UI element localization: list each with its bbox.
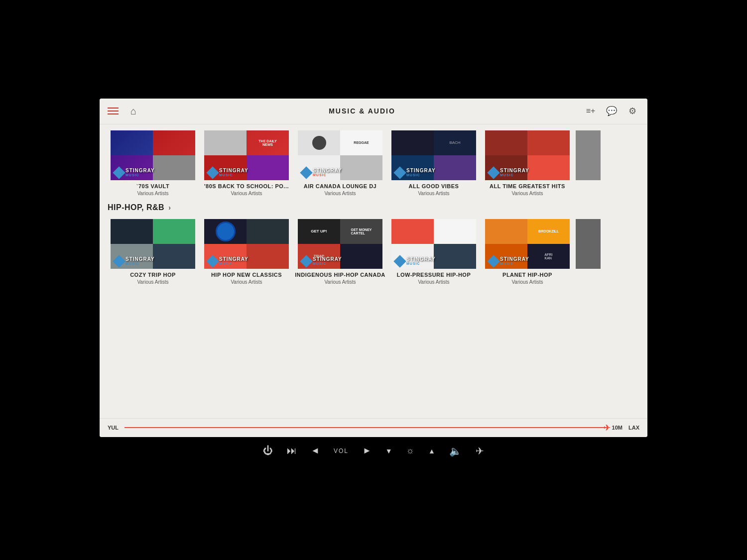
album-70s-vault[interactable]: STINGRAY MUSIC `70S VAULT Various Artist…: [108, 130, 198, 196]
album-indigenous[interactable]: GET UP! GET MONEYCARTEL TRAP STINGRAY MU…: [295, 219, 385, 285]
flight-destination: LAX: [628, 425, 639, 431]
home-button[interactable]: ⌂: [126, 104, 140, 118]
album-artist: Various Artists: [231, 191, 262, 196]
settings-icon[interactable]: ⚙: [625, 104, 639, 118]
flight-time: 10M: [612, 425, 622, 431]
album-all-time-greatest[interactable]: STINGRAY MUSIC ALL TIME GREATEST HITS Va…: [482, 130, 573, 196]
content-area: STINGRAY MUSIC `70S VAULT Various Artist…: [100, 124, 647, 437]
album-cozy-trip[interactable]: STINGRAY MUSIC COZY TRIP HOP Various Art…: [108, 219, 198, 285]
section-header-hiphop[interactable]: HIP-HOP, R&B ›: [100, 196, 647, 215]
arrow-up-button[interactable]: ▲: [428, 447, 435, 455]
album-planet-hiphop[interactable]: BROOKZILL AFRIKAN STINGRAY MUSIC: [482, 219, 573, 285]
bottom-controls: ⏻ ⏭ ◄ VOL ► ▼ ☼ ▲ 🔈 ✈: [100, 437, 647, 462]
audio-button[interactable]: 🔈: [449, 445, 462, 457]
header: ⌂ MUSIC & AUDIO ≡+ 💬 ⚙: [100, 99, 647, 124]
album-title: LOW-PRESSURE HIP-HOP: [397, 272, 471, 278]
album-title: ALL TIME GREATEST HITS: [490, 183, 565, 190]
album-air-canada[interactable]: REGGAE STINGRAY MUSIC: [295, 130, 385, 196]
album-title: ALL GOOD VIBES: [409, 183, 459, 190]
album-80s-back[interactable]: THE DAILYNEWS STINGRAY MUSIC: [201, 130, 292, 196]
menu-button[interactable]: [108, 108, 119, 114]
chevron-right-icon: ›: [168, 204, 171, 212]
flight-bar: YUL ✈ 10M LAX: [100, 418, 647, 437]
screen: ⌂ MUSIC & AUDIO ≡+ 💬 ⚙: [100, 99, 647, 437]
plane-icon: ✈: [604, 423, 610, 433]
vol-label: VOL: [334, 448, 349, 454]
album-artist: Various Artists: [137, 279, 168, 285]
album-title: COZY TRIP HOP: [130, 272, 176, 278]
album-all-good-vibes[interactable]: BACH STINGRAY MUSIC: [388, 130, 479, 196]
album-artist: Various Artists: [511, 191, 543, 196]
airplane-mode-button[interactable]: ✈: [476, 445, 484, 457]
album-title: AIR CANADA LOUNGE DJ: [304, 183, 377, 190]
album-artist: Various Artists: [418, 191, 449, 196]
album-artist: Various Artists: [418, 279, 449, 285]
album-title: HIP HOP NEW CLASSICS: [211, 272, 282, 278]
album-title: `70S VAULT: [136, 183, 169, 190]
album-artist: Various Artists: [231, 279, 262, 285]
album-title: '80S BACK TO SCHOOL: PO...: [204, 183, 289, 190]
add-list-icon[interactable]: ≡+: [584, 104, 598, 118]
skip-button[interactable]: ⏭: [287, 445, 297, 456]
album-low-pressure[interactable]: STINGRAY MUSIC LOW-PRESSURE HIP-HOP Vari…: [388, 219, 479, 285]
album-artist: Various Artists: [511, 279, 543, 285]
album-hip-hop-new[interactable]: STINGRAY MUSIC HIP HOP NEW CLASSICS Vari…: [201, 219, 292, 285]
app-title: MUSIC & AUDIO: [140, 107, 584, 115]
vol-up-button[interactable]: ►: [363, 446, 372, 456]
album-title: INDIGENOUS HIP-HOP CANADA: [295, 272, 385, 278]
album-artist: Various Artists: [324, 191, 356, 196]
flight-track: ✈: [124, 427, 606, 428]
power-button[interactable]: ⏻: [263, 445, 273, 456]
hiphop-row: STINGRAY MUSIC COZY TRIP HOP Various Art…: [100, 215, 647, 285]
album-partial[interactable]: [576, 130, 601, 196]
arrow-down-button[interactable]: ▼: [385, 447, 392, 455]
featured-row: STINGRAY MUSIC `70S VAULT Various Artist…: [100, 126, 647, 196]
flight-origin: YUL: [108, 425, 119, 431]
album-title: PLANET HIP-HOP: [502, 272, 552, 278]
brightness-icon: ☼: [406, 446, 415, 456]
album-artist: Various Artists: [137, 191, 168, 196]
chat-icon[interactable]: 💬: [605, 104, 619, 118]
album-partial-2[interactable]: [576, 219, 601, 285]
vol-down-button[interactable]: ◄: [311, 446, 320, 456]
album-artist: Various Artists: [324, 279, 356, 285]
